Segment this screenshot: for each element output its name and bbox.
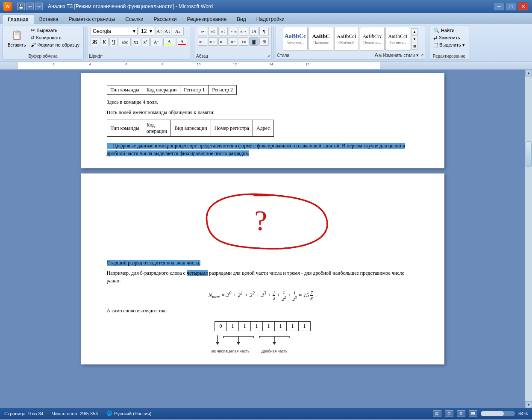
tab-home[interactable]: Главная bbox=[2, 15, 34, 24]
change-styles-button[interactable]: Аа Изменить стили ▾ bbox=[374, 52, 419, 59]
styles-up-btn[interactable]: ▲ bbox=[411, 28, 418, 35]
text-4fields: Здесь в команде 4 поля. bbox=[107, 98, 419, 106]
sort-button[interactable]: ↕A bbox=[249, 27, 259, 35]
bit-labels-svg: Знак числа Целая часть Дробная часть bbox=[212, 335, 314, 356]
justify-button[interactable]: ≡= bbox=[229, 37, 238, 46]
status-right: ▤ ⊡ ⊞ 📖 84% bbox=[433, 410, 528, 417]
increase-font-button[interactable]: A↑ bbox=[156, 27, 163, 35]
editing-btns: 🔍 Найти ⇄ Заменить ⬚ Выделить ▾ bbox=[432, 27, 466, 54]
maximize-btn[interactable]: □ bbox=[506, 2, 517, 11]
find-icon: 🔍 bbox=[433, 27, 440, 33]
replace-button[interactable]: ⇄ Заменить bbox=[432, 34, 466, 41]
zoom-slider[interactable] bbox=[481, 411, 515, 416]
paragraph-dialog-icon[interactable]: ↗ bbox=[267, 54, 270, 59]
decrease-font-button[interactable]: A↓ bbox=[164, 27, 171, 35]
scroll-track[interactable] bbox=[525, 76, 532, 401]
view-print-btn[interactable]: ⊡ bbox=[445, 410, 453, 417]
sep3 bbox=[273, 26, 274, 59]
font-name-dropdown[interactable]: Georgia ▾ bbox=[91, 27, 138, 35]
redo-quick-btn[interactable]: ↪ bbox=[35, 3, 43, 10]
font-size-dropdown[interactable]: 12 ▾ bbox=[139, 27, 154, 35]
ribbon-content: 📋 Вставить ✂ Вырезать ⧉ Копировать 🖌 Фор… bbox=[0, 24, 532, 62]
subscript-button[interactable]: x₂ bbox=[132, 38, 140, 46]
document-area: Тип команды Код операции Регистр 1 Регис… bbox=[0, 70, 525, 408]
cut-button[interactable]: ✂ Вырезать bbox=[29, 27, 81, 34]
vertical-scrollbar[interactable]: ▲ ▼ bbox=[525, 70, 532, 408]
tab-view[interactable]: Вид bbox=[232, 15, 251, 24]
align-right-button[interactable]: ≡→ bbox=[218, 37, 228, 46]
font-color-button[interactable]: A bbox=[176, 38, 188, 46]
font-size-buttons: A↑ A↓ Аа bbox=[156, 27, 184, 35]
style-nointensity[interactable]: AaBbCcI Без инте... bbox=[385, 27, 410, 51]
strikethrough-button[interactable]: аbc bbox=[119, 38, 131, 46]
replace-icon: ⇄ bbox=[433, 35, 438, 41]
style-subtitle[interactable]: AaBbCcI Подзагол... bbox=[360, 27, 385, 51]
font-row1: Georgia ▾ 12 ▾ A↑ A↓ Аа bbox=[91, 27, 184, 35]
line-spacing-button[interactable]: ↕≡ bbox=[239, 37, 248, 46]
ruler: 2 4 6 8 10 12 14 16 bbox=[0, 62, 532, 70]
close-btn[interactable]: ✕ bbox=[517, 2, 529, 11]
table-4col: Тип команды Код операции Регистр 1 Регис… bbox=[107, 85, 237, 95]
cut-icon: ✂ bbox=[31, 27, 35, 33]
bit-table: 0 1 1 1 1 1 1 1 bbox=[215, 321, 311, 331]
highlighted-text-1: Старший разряд отводится под знак числа. bbox=[107, 259, 419, 267]
tab-review[interactable]: Рецензирование bbox=[182, 15, 232, 24]
increase-indent-button[interactable]: ≡→ bbox=[239, 27, 248, 35]
scroll-down-btn[interactable]: ▼ bbox=[525, 401, 532, 408]
underline-button[interactable]: Ч bbox=[109, 38, 118, 46]
italic-button[interactable]: К bbox=[100, 38, 109, 46]
select-arrow-icon: ▾ bbox=[462, 42, 465, 48]
style-normal[interactable]: AaBbCcI Обычный bbox=[334, 27, 359, 51]
align-center-button[interactable]: ≡↔ bbox=[208, 37, 218, 46]
tab-insert[interactable]: Вставка bbox=[34, 15, 64, 24]
find-button[interactable]: 🔍 Найти bbox=[432, 27, 466, 34]
view-read-btn[interactable]: 📖 bbox=[469, 410, 477, 417]
formula-area: Nmax = 20 + 21 + 22 + 23 + 1 2 + 1 22 + … bbox=[107, 290, 419, 302]
tab-mailings[interactable]: Рассылки bbox=[149, 15, 182, 24]
text-5fields: Пять полей имеют команды обращения к пам… bbox=[107, 109, 419, 116]
undo-quick-btn[interactable]: ↩ bbox=[26, 3, 34, 10]
font-group: Georgia ▾ 12 ▾ A↑ A↓ Аа Ж К bbox=[88, 26, 191, 60]
save-quick-btn[interactable]: 💾 bbox=[17, 3, 25, 10]
copy-button[interactable]: ⧉ Копировать bbox=[29, 34, 81, 41]
borders-button[interactable]: ⊞ bbox=[259, 37, 269, 46]
select-icon: ⬚ bbox=[433, 42, 438, 48]
styles-down-btn[interactable]: ▼ bbox=[411, 35, 418, 42]
change-case-button[interactable]: Аа bbox=[172, 27, 184, 35]
multilevel-button[interactable]: ≡↕ bbox=[218, 27, 228, 35]
svg-marker-6 bbox=[237, 342, 240, 345]
highlighted-paragraph: Цифровые данные в микропроцессоре предст… bbox=[107, 142, 419, 157]
style-heading[interactable]: AaBbCc Заголово... bbox=[283, 27, 308, 51]
clipboard-group: 📋 Вставить ✂ Вырезать ⧉ Копировать 🖌 Фор… bbox=[2, 26, 84, 60]
shading-button[interactable]: ▓ bbox=[249, 37, 259, 46]
language-icon: 🌐 bbox=[106, 411, 112, 416]
bit-diagram: 0 1 1 1 1 1 1 1 bbox=[107, 318, 419, 356]
ribbon: Главная Вставка Разметка страницы Ссылки… bbox=[0, 13, 532, 62]
superscript-button[interactable]: x² bbox=[141, 38, 150, 46]
paste-button[interactable]: 📋 Вставить bbox=[5, 27, 28, 49]
sep4 bbox=[427, 26, 427, 59]
styles-dialog-icon[interactable]: ↗ bbox=[420, 53, 424, 57]
minimize-btn[interactable]: ─ bbox=[494, 2, 505, 11]
decrease-indent-button[interactable]: ←≡ bbox=[229, 27, 238, 35]
highlight-color-button[interactable]: A bbox=[163, 38, 175, 46]
scroll-up-btn[interactable]: ▲ bbox=[525, 70, 532, 76]
tab-references[interactable]: Ссылки bbox=[120, 15, 148, 24]
sep2 bbox=[193, 26, 193, 59]
show-hide-button[interactable]: ¶ bbox=[259, 27, 269, 35]
tab-page-layout[interactable]: Разметка страницы bbox=[63, 15, 120, 24]
view-web-btn[interactable]: ⊞ bbox=[457, 410, 465, 417]
bold-button[interactable]: Ж bbox=[91, 38, 99, 46]
format-painter-button[interactable]: 🖌 Формат по образцу bbox=[29, 41, 81, 48]
bullets-button[interactable]: ≡• bbox=[198, 27, 207, 35]
numbering-button[interactable]: ≡1 bbox=[208, 27, 218, 35]
select-button[interactable]: ⬚ Выделить ▾ bbox=[432, 41, 466, 48]
align-left-button[interactable]: ≡← bbox=[198, 37, 207, 46]
tab-addins[interactable]: Надстройки bbox=[251, 15, 290, 24]
text-effects-button[interactable]: A⁺ bbox=[150, 38, 162, 46]
svg-text:Знак числа: Знак числа bbox=[212, 349, 227, 353]
view-normal-btn[interactable]: ▤ bbox=[433, 410, 441, 417]
scroll-thumb[interactable] bbox=[526, 141, 532, 167]
style-title[interactable]: AaBbC Название bbox=[309, 27, 333, 51]
styles-more-btn[interactable]: ⊞ bbox=[411, 43, 418, 50]
